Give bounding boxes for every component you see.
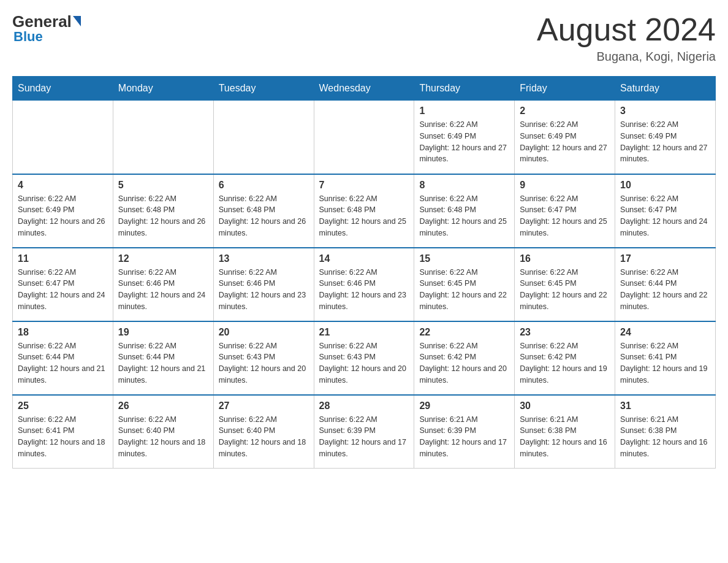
day-info: Sunrise: 6:22 AMSunset: 6:46 PMDaylight:… [319,267,409,313]
day-number: 14 [319,253,409,264]
calendar-day-cell: 27Sunrise: 6:22 AMSunset: 6:40 PMDayligh… [213,395,314,469]
day-info: Sunrise: 6:22 AMSunset: 6:40 PMDaylight:… [118,414,208,460]
weekday-header-friday: Friday [515,77,615,101]
day-number: 2 [520,105,610,117]
calendar-day-cell: 25Sunrise: 6:22 AMSunset: 6:41 PMDayligh… [13,395,113,469]
day-info: Sunrise: 6:22 AMSunset: 6:45 PMDaylight:… [419,267,509,313]
day-info: Sunrise: 6:22 AMSunset: 6:49 PMDaylight:… [520,119,610,165]
day-number: 26 [118,400,208,412]
calendar-day-cell: 12Sunrise: 6:22 AMSunset: 6:46 PMDayligh… [113,248,213,321]
day-info: Sunrise: 6:22 AMSunset: 6:42 PMDaylight:… [419,340,509,386]
calendar-day-cell: 20Sunrise: 6:22 AMSunset: 6:43 PMDayligh… [213,321,314,395]
day-info: Sunrise: 6:22 AMSunset: 6:43 PMDaylight:… [219,340,309,386]
day-number: 10 [620,180,710,191]
day-info: Sunrise: 6:22 AMSunset: 6:47 PMDaylight:… [620,193,710,239]
calendar-week-row: 4Sunrise: 6:22 AMSunset: 6:49 PMDaylight… [13,174,716,248]
calendar-day-cell: 31Sunrise: 6:21 AMSunset: 6:38 PMDayligh… [615,395,716,469]
day-info: Sunrise: 6:22 AMSunset: 6:45 PMDaylight:… [520,267,610,313]
location-subtitle: Bugana, Kogi, Nigeria [537,50,716,64]
calendar-day-cell: 21Sunrise: 6:22 AMSunset: 6:43 PMDayligh… [314,321,414,395]
calendar-day-cell [213,101,314,174]
day-number: 27 [219,400,309,412]
calendar-day-cell: 19Sunrise: 6:22 AMSunset: 6:44 PMDayligh… [113,321,213,395]
title-block: August 2024 Bugana, Kogi, Nigeria [537,12,716,64]
calendar-day-cell: 15Sunrise: 6:22 AMSunset: 6:45 PMDayligh… [414,248,515,321]
calendar-day-cell: 2Sunrise: 6:22 AMSunset: 6:49 PMDaylight… [515,101,615,174]
calendar-day-cell: 26Sunrise: 6:22 AMSunset: 6:40 PMDayligh… [113,395,213,469]
calendar-day-cell: 5Sunrise: 6:22 AMSunset: 6:48 PMDaylight… [113,174,213,248]
logo-blue: Blue [13,29,43,45]
logo: General Blue [12,12,81,45]
weekday-header-tuesday: Tuesday [213,77,314,101]
day-number: 15 [419,253,509,264]
calendar-day-cell: 28Sunrise: 6:22 AMSunset: 6:39 PMDayligh… [314,395,414,469]
calendar-day-cell [314,101,414,174]
calendar-day-cell: 30Sunrise: 6:21 AMSunset: 6:38 PMDayligh… [515,395,615,469]
day-number: 12 [118,253,208,264]
calendar-week-row: 18Sunrise: 6:22 AMSunset: 6:44 PMDayligh… [13,321,716,395]
day-info: Sunrise: 6:22 AMSunset: 6:39 PMDaylight:… [319,414,409,460]
day-number: 16 [520,253,610,264]
day-info: Sunrise: 6:22 AMSunset: 6:48 PMDaylight:… [419,193,509,239]
calendar-week-row: 25Sunrise: 6:22 AMSunset: 6:41 PMDayligh… [13,395,716,469]
day-number: 8 [419,180,509,191]
weekday-header-sunday: Sunday [13,77,113,101]
day-info: Sunrise: 6:22 AMSunset: 6:47 PMDaylight:… [520,193,610,239]
weekday-header-saturday: Saturday [615,77,716,101]
day-number: 22 [419,327,509,338]
day-info: Sunrise: 6:22 AMSunset: 6:41 PMDaylight:… [18,414,108,460]
day-info: Sunrise: 6:22 AMSunset: 6:40 PMDaylight:… [219,414,309,460]
day-number: 28 [319,400,409,412]
day-number: 11 [18,253,108,264]
calendar-day-cell: 6Sunrise: 6:22 AMSunset: 6:48 PMDaylight… [213,174,314,248]
day-number: 1 [419,105,509,117]
day-info: Sunrise: 6:22 AMSunset: 6:44 PMDaylight:… [18,340,108,386]
calendar-week-row: 11Sunrise: 6:22 AMSunset: 6:47 PMDayligh… [13,248,716,321]
calendar-day-cell: 9Sunrise: 6:22 AMSunset: 6:47 PMDaylight… [515,174,615,248]
day-info: Sunrise: 6:22 AMSunset: 6:47 PMDaylight:… [18,267,108,313]
calendar-day-cell [113,101,213,174]
day-number: 24 [620,327,710,338]
calendar-week-row: 1Sunrise: 6:22 AMSunset: 6:49 PMDaylight… [13,101,716,174]
day-number: 7 [319,180,409,191]
calendar-day-cell: 13Sunrise: 6:22 AMSunset: 6:46 PMDayligh… [213,248,314,321]
calendar-day-cell: 7Sunrise: 6:22 AMSunset: 6:48 PMDaylight… [314,174,414,248]
calendar-day-cell [13,101,113,174]
day-info: Sunrise: 6:22 AMSunset: 6:44 PMDaylight:… [118,340,208,386]
calendar-day-cell: 8Sunrise: 6:22 AMSunset: 6:48 PMDaylight… [414,174,515,248]
day-info: Sunrise: 6:22 AMSunset: 6:43 PMDaylight:… [319,340,409,386]
weekday-header-monday: Monday [113,77,213,101]
weekday-header-wednesday: Wednesday [314,77,414,101]
day-info: Sunrise: 6:22 AMSunset: 6:49 PMDaylight:… [620,119,710,165]
day-info: Sunrise: 6:22 AMSunset: 6:46 PMDaylight:… [118,267,208,313]
day-info: Sunrise: 6:22 AMSunset: 6:49 PMDaylight:… [18,193,108,239]
day-number: 18 [18,327,108,338]
day-info: Sunrise: 6:21 AMSunset: 6:39 PMDaylight:… [419,414,509,460]
weekday-header-row: SundayMondayTuesdayWednesdayThursdayFrid… [13,77,716,101]
calendar-day-cell: 14Sunrise: 6:22 AMSunset: 6:46 PMDayligh… [314,248,414,321]
day-info: Sunrise: 6:22 AMSunset: 6:46 PMDaylight:… [219,267,309,313]
day-info: Sunrise: 6:22 AMSunset: 6:44 PMDaylight:… [620,267,710,313]
calendar-table: SundayMondayTuesdayWednesdayThursdayFrid… [12,76,716,469]
calendar-day-cell: 11Sunrise: 6:22 AMSunset: 6:47 PMDayligh… [13,248,113,321]
day-info: Sunrise: 6:22 AMSunset: 6:49 PMDaylight:… [419,119,509,165]
day-info: Sunrise: 6:22 AMSunset: 6:42 PMDaylight:… [520,340,610,386]
calendar-day-cell: 1Sunrise: 6:22 AMSunset: 6:49 PMDaylight… [414,101,515,174]
day-number: 31 [620,400,710,412]
calendar-day-cell: 29Sunrise: 6:21 AMSunset: 6:39 PMDayligh… [414,395,515,469]
calendar-day-cell: 24Sunrise: 6:22 AMSunset: 6:41 PMDayligh… [615,321,716,395]
calendar-day-cell: 22Sunrise: 6:22 AMSunset: 6:42 PMDayligh… [414,321,515,395]
day-number: 30 [520,400,610,412]
day-number: 23 [520,327,610,338]
day-number: 17 [620,253,710,264]
calendar-day-cell: 17Sunrise: 6:22 AMSunset: 6:44 PMDayligh… [615,248,716,321]
day-info: Sunrise: 6:22 AMSunset: 6:48 PMDaylight:… [219,193,309,239]
calendar-day-cell: 3Sunrise: 6:22 AMSunset: 6:49 PMDaylight… [615,101,716,174]
day-number: 4 [18,180,108,191]
calendar-day-cell: 16Sunrise: 6:22 AMSunset: 6:45 PMDayligh… [515,248,615,321]
weekday-header-thursday: Thursday [414,77,515,101]
page-title: August 2024 [537,12,716,47]
day-info: Sunrise: 6:22 AMSunset: 6:48 PMDaylight:… [118,193,208,239]
day-number: 13 [219,253,309,264]
day-number: 29 [419,400,509,412]
